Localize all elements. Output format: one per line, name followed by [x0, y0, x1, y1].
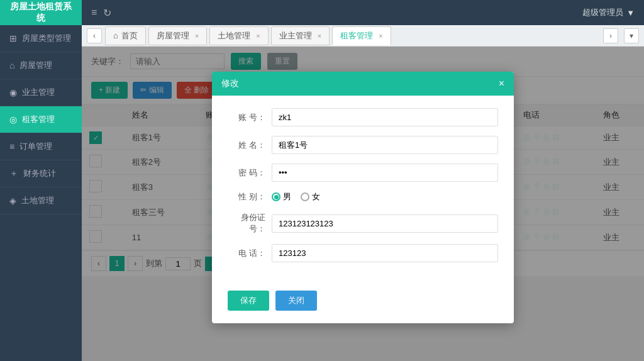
tab-home[interactable]: ⌂ 首页: [105, 26, 146, 45]
app-title: 房屋土地租赁系统: [0, 0, 82, 25]
phone-label: 电 话：: [228, 248, 272, 259]
form-row-id: 身份证号：: [228, 212, 498, 235]
refresh-icon[interactable]: ↻: [103, 7, 111, 19]
sidebar-item-tenant[interactable]: ◎ 租客管理: [0, 106, 82, 133]
username: 超级管理员: [582, 7, 623, 18]
tenant-icon: ◎: [9, 114, 17, 125]
tab-home-icon: ⌂: [113, 31, 118, 40]
form-row-gender: 性 别： 男 女: [228, 191, 498, 203]
modal-overlay: 修改 × 账 号： 姓 名： 密 码：: [82, 47, 644, 361]
form-row-phone: 电 话：: [228, 244, 498, 262]
house-icon: ⌂: [9, 60, 14, 70]
tab-right-controls: › ▾: [601, 28, 641, 43]
account-label: 账 号：: [228, 112, 272, 123]
form-row-name: 姓 名：: [228, 136, 498, 154]
tab-landlord-close-icon[interactable]: ×: [318, 32, 321, 40]
topbar: ≡ ↻ 超级管理员 ▼: [82, 0, 644, 25]
tab-house-close-icon[interactable]: ×: [195, 32, 199, 40]
land-icon: ◈: [9, 196, 16, 206]
edit-modal: 修改 × 账 号： 姓 名： 密 码：: [212, 72, 514, 323]
tab-land-close-icon[interactable]: ×: [256, 32, 260, 40]
phone-input[interactable]: [272, 244, 498, 262]
gender-female-radio[interactable]: [301, 192, 309, 201]
modal-title: 修改: [221, 78, 239, 89]
modal-header: 修改 ×: [212, 72, 514, 96]
gender-male-option[interactable]: 男: [272, 191, 291, 203]
finance-icon: ＋: [9, 168, 18, 179]
order-icon: ≡: [9, 142, 14, 152]
main-area: ≡ ↻ 超级管理员 ▼ ‹ ⌂ 首页 房屋管理 × 土地管理 × 业主管理 × …: [82, 0, 644, 361]
account-input[interactable]: [272, 108, 498, 126]
sidebar-item-landlord[interactable]: ◉ 业主管理: [0, 79, 82, 106]
landlord-icon: ◉: [9, 87, 17, 97]
sidebar-item-house-type[interactable]: ⊞ 房屋类型管理: [0, 25, 82, 52]
id-input[interactable]: [272, 214, 498, 233]
house-type-icon: ⊞: [9, 33, 17, 43]
tab-nav-down[interactable]: ▾: [624, 28, 639, 43]
sidebar-item-finance[interactable]: ＋ 财务统计: [0, 160, 82, 187]
tabbar: ‹ ⌂ 首页 房屋管理 × 土地管理 × 业主管理 × 租客管理 × › ▾: [82, 25, 644, 47]
user-menu[interactable]: 超级管理员 ▼: [582, 7, 635, 18]
form-row-password: 密 码：: [228, 164, 498, 182]
tab-nav-left[interactable]: ‹: [87, 28, 102, 43]
tab-house-mgmt[interactable]: 房屋管理 ×: [148, 26, 207, 45]
user-dropdown-icon: ▼: [626, 8, 635, 18]
tab-landlord-mgmt[interactable]: 业主管理 ×: [271, 26, 330, 45]
gender-female-option[interactable]: 女: [301, 191, 320, 203]
gender-male-radio[interactable]: [272, 192, 280, 201]
password-label: 密 码：: [228, 167, 272, 179]
password-input[interactable]: [272, 164, 498, 182]
tab-tenant-mgmt[interactable]: 租客管理 ×: [332, 26, 391, 45]
save-button[interactable]: 保存: [228, 291, 269, 311]
gender-radio-group: 男 女: [272, 191, 320, 203]
tab-nav-right[interactable]: ›: [603, 28, 618, 43]
sidebar-item-order[interactable]: ≡ 订单管理: [0, 133, 82, 160]
modal-body: 账 号： 姓 名： 密 码： 性 别：: [212, 96, 514, 284]
id-label: 身份证号：: [228, 212, 272, 235]
modal-close-icon[interactable]: ×: [499, 78, 504, 89]
menu-toggle-icon[interactable]: ≡: [91, 7, 97, 19]
tab-tenant-close-icon[interactable]: ×: [379, 32, 382, 40]
content-area: 关键字： 搜索 重置 + 新建 ✏ 编辑 全 删除 姓名 账号 密码 性别: [82, 47, 644, 361]
modal-footer: 保存 关闭: [212, 284, 514, 323]
close-modal-button[interactable]: 关闭: [275, 291, 317, 311]
topbar-left: ≡ ↻: [91, 7, 111, 19]
form-row-account: 账 号：: [228, 108, 498, 126]
sidebar-item-house[interactable]: ⌂ 房屋管理: [0, 52, 82, 79]
name-label: 姓 名：: [228, 140, 272, 151]
sidebar: 房屋土地租赁系统 ⊞ 房屋类型管理 ⌂ 房屋管理 ◉ 业主管理 ◎ 租客管理 ≡…: [0, 0, 82, 361]
gender-label: 性 别：: [228, 191, 272, 203]
name-input[interactable]: [272, 136, 498, 154]
tab-land-mgmt[interactable]: 土地管理 ×: [209, 26, 268, 45]
sidebar-item-land[interactable]: ◈ 土地管理: [0, 187, 82, 214]
